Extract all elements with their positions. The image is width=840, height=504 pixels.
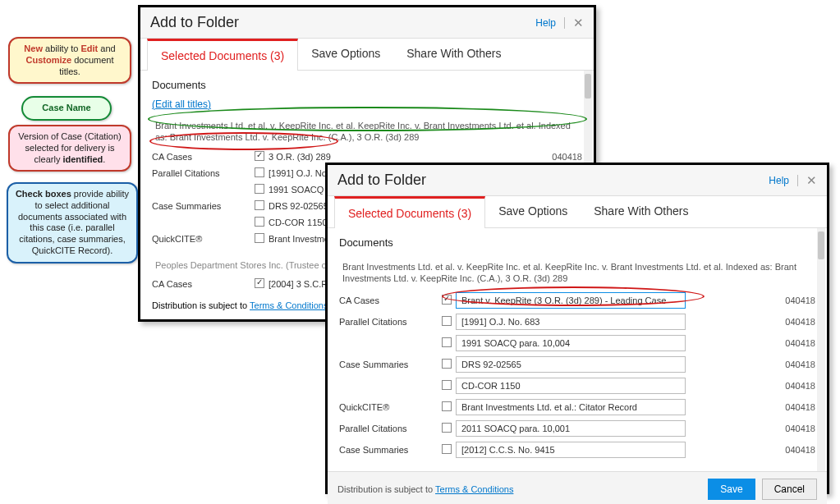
callout-citation-version: Version of Case (Citation) selected for … bbox=[8, 125, 131, 172]
row-date: 040418 bbox=[766, 360, 815, 369]
row-label: QuickCITE® bbox=[152, 234, 250, 244]
help-link[interactable]: Help bbox=[535, 17, 556, 29]
documents-heading: Documents bbox=[339, 236, 815, 249]
dialog-header: Add to Folder Help ✕ bbox=[140, 7, 594, 39]
dialog-body: Documents Brant Investments Ltd. et al. … bbox=[328, 228, 827, 471]
title-field[interactable]: 1991 SOACQ para. 10,004 bbox=[456, 335, 686, 351]
row-date: 040418 bbox=[533, 152, 582, 162]
title-edit-input[interactable]: Brant v. KeepRite (3 O.R. (3d) 289) - Le… bbox=[456, 292, 686, 309]
distribution-text: Distribution is subject to bbox=[337, 484, 435, 494]
terms-conditions-link[interactable]: Terms & Conditions bbox=[250, 300, 328, 310]
add-to-folder-dialog-b: Add to Folder Help ✕ Selected Documents … bbox=[325, 163, 829, 494]
title-field[interactable]: DRS 92-02565 bbox=[456, 356, 686, 373]
row-checkbox[interactable] bbox=[255, 200, 264, 210]
table-row: Case Summaries[2012] C.C.S. No. 94150404… bbox=[339, 439, 815, 460]
table-row: CA CasesBrant v. KeepRite (3 O.R. (3d) 2… bbox=[339, 290, 815, 311]
row-checkbox[interactable] bbox=[442, 444, 452, 454]
row-checkbox[interactable] bbox=[442, 401, 452, 411]
row-checkbox[interactable] bbox=[255, 278, 264, 288]
row-date: 040418 bbox=[766, 296, 815, 305]
row-date: 040418 bbox=[766, 338, 815, 348]
tab-selected-documents[interactable]: Selected Documents (3) bbox=[147, 39, 298, 71]
row-label: Case Summaries bbox=[152, 201, 250, 211]
terms-conditions-link[interactable]: Terms & Conditions bbox=[435, 484, 513, 494]
tab-selected-documents[interactable]: Selected Documents (3) bbox=[334, 196, 485, 228]
row-checkbox[interactable] bbox=[442, 316, 452, 326]
row-date: 040418 bbox=[766, 445, 815, 455]
dialog-title: Add to Folder bbox=[150, 14, 239, 31]
table-row: QuickCITE®Brant Investments Ltd. et al.:… bbox=[339, 396, 815, 418]
tab-save-options[interactable]: Save Options bbox=[298, 39, 393, 70]
row-label: Parallel Citations bbox=[339, 317, 438, 327]
row-date: 040418 bbox=[766, 381, 815, 391]
table-row: 1991 SOACQ para. 10,004040418 bbox=[339, 332, 815, 354]
row-label: Case Summaries bbox=[339, 360, 438, 369]
documents-heading: Documents bbox=[152, 79, 582, 91]
tab-share-with-others[interactable]: Share With Others bbox=[581, 196, 701, 227]
case-title: Brant Investments Ltd. et al. v. KeepRit… bbox=[339, 257, 815, 290]
title-field[interactable]: [1991] O.J. No. 683 bbox=[456, 314, 686, 330]
table-row: CD-COR 1150040418 bbox=[339, 375, 815, 396]
dialog-footer: Distribution is subject to Terms & Condi… bbox=[328, 471, 827, 504]
row-label: QuickCITE® bbox=[339, 402, 438, 412]
cancel-button[interactable]: Cancel bbox=[762, 479, 817, 500]
tab-save-options[interactable]: Save Options bbox=[485, 196, 581, 227]
tab-share-with-others[interactable]: Share With Others bbox=[393, 39, 514, 70]
edit-all-titles-link[interactable]: (Edit all titles) bbox=[152, 99, 211, 110]
scrollbar-thumb[interactable] bbox=[818, 231, 824, 259]
row-label: CA Cases bbox=[339, 296, 438, 305]
row-date: 040418 bbox=[766, 424, 815, 433]
case-title: Brant Investments Ltd. et al. v. KeepRit… bbox=[152, 116, 582, 149]
divider bbox=[564, 17, 565, 29]
row-checkbox[interactable] bbox=[442, 359, 452, 369]
row-label: Parallel Citations bbox=[339, 424, 438, 433]
row-label: CA Cases bbox=[152, 279, 250, 289]
table-row: Parallel Citations[1991] O.J. No. 683040… bbox=[339, 311, 815, 332]
callout-case-name: Case Name bbox=[21, 96, 112, 121]
row-checkbox[interactable] bbox=[442, 295, 452, 305]
row-value: 3 O.R. (3d) 289 bbox=[269, 152, 533, 162]
table-row: Case SummariesDRS 92-02565040418 bbox=[339, 354, 815, 375]
row-checkbox[interactable] bbox=[442, 380, 452, 390]
title-field[interactable]: CD-COR 1150 bbox=[456, 378, 686, 394]
row-label: Parallel Citations bbox=[152, 168, 250, 178]
rows-container-b: CA CasesBrant v. KeepRite (3 O.R. (3d) 2… bbox=[339, 290, 815, 460]
row-date: 040418 bbox=[766, 402, 815, 412]
tabs: Selected Documents (3) Save Options Shar… bbox=[328, 196, 827, 228]
row-checkbox[interactable] bbox=[255, 233, 264, 243]
callout-edit-customize: New ability to Edit and Customize docume… bbox=[8, 37, 131, 84]
scrollbar-thumb[interactable] bbox=[585, 74, 591, 99]
close-icon[interactable]: ✕ bbox=[573, 16, 584, 30]
row-checkbox[interactable] bbox=[255, 217, 264, 227]
tabs: Selected Documents (3) Save Options Shar… bbox=[140, 39, 594, 71]
distribution-text: Distribution is subject to bbox=[152, 300, 250, 310]
row-checkbox[interactable] bbox=[255, 151, 264, 161]
scrollbar[interactable] bbox=[817, 228, 825, 471]
dialog-header: Add to Folder Help ✕ bbox=[328, 165, 827, 196]
dialog-title: Add to Folder bbox=[337, 172, 426, 189]
row-date: 040418 bbox=[766, 317, 815, 327]
title-field[interactable]: 2011 SOACQ para. 10,001 bbox=[456, 420, 686, 437]
help-link[interactable]: Help bbox=[769, 175, 789, 186]
row-checkbox[interactable] bbox=[255, 167, 264, 177]
title-field[interactable]: Brant Investments Ltd. et al.: Citator R… bbox=[456, 399, 686, 415]
row-label: CA Cases bbox=[152, 152, 250, 162]
callout-checkboxes: Check boxes provide ability to select ad… bbox=[7, 182, 138, 263]
row-checkbox[interactable] bbox=[442, 337, 452, 347]
divider bbox=[797, 175, 798, 186]
close-icon[interactable]: ✕ bbox=[806, 173, 817, 188]
table-row: Parallel Citations2011 SOACQ para. 10,00… bbox=[339, 418, 815, 439]
save-button[interactable]: Save bbox=[708, 479, 755, 500]
row-checkbox[interactable] bbox=[442, 423, 452, 433]
row-checkbox[interactable] bbox=[255, 184, 264, 194]
row-label: Case Summaries bbox=[339, 445, 438, 455]
title-field[interactable]: [2012] C.C.S. No. 9415 bbox=[456, 442, 686, 458]
